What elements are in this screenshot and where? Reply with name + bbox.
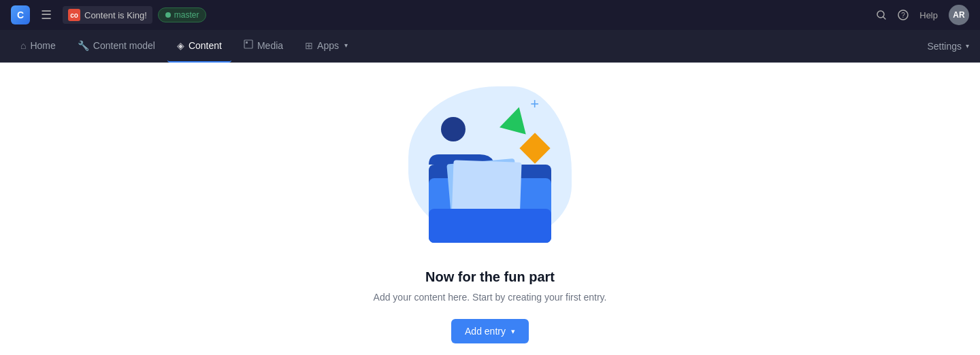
nav-item-apps-label: Apps <box>317 40 339 51</box>
space-badge[interactable]: co Content is King! <box>63 6 152 24</box>
env-dot <box>165 12 171 18</box>
env-label: master <box>174 10 199 20</box>
empty-state-title: Now for the fun part <box>425 269 555 285</box>
nav-item-media-label: Media <box>257 40 283 51</box>
empty-state-illustration: + <box>395 76 585 253</box>
svg-rect-5 <box>246 41 248 44</box>
home-icon: ⌂ <box>20 40 26 51</box>
nav-item-home[interactable]: ⌂ Home <box>11 30 65 63</box>
nav-item-apps[interactable]: ⊞ Apps ▾ <box>295 30 357 63</box>
hamburger-menu[interactable]: ☰ <box>38 7 54 23</box>
navbar: ⌂ Home 🔧 Content model ◈ Content Media ⊞… <box>0 30 980 63</box>
svg-rect-4 <box>244 40 252 48</box>
svg-line-1 <box>883 17 886 20</box>
settings-chevron-icon: ▾ <box>966 42 969 50</box>
nav-item-content[interactable]: ◈ Content <box>167 30 231 63</box>
nav-item-home-label: Home <box>30 40 55 51</box>
apps-icon: ⊞ <box>305 40 313 51</box>
help-label: Help <box>919 10 938 20</box>
nav-item-content-label: Content <box>189 40 222 51</box>
add-entry-button[interactable]: Add entry ▾ <box>451 319 529 343</box>
svg-text:?: ? <box>901 12 905 19</box>
help-label-btn[interactable]: Help <box>919 10 938 20</box>
search-icon <box>876 10 887 20</box>
topbar-right: ? Help AR <box>876 5 969 25</box>
circle-decoration <box>441 117 466 141</box>
nav-item-content-model-label: Content model <box>93 40 155 51</box>
breadcrumb: co Content is King! master <box>63 6 206 24</box>
svg-rect-10 <box>429 209 551 243</box>
folder-illustration <box>422 141 558 246</box>
nav-item-content-model[interactable]: 🔧 Content model <box>68 30 165 63</box>
space-name: Content is King! <box>84 10 147 20</box>
search-button[interactable] <box>876 10 887 20</box>
content-icon: ◈ <box>177 40 184 51</box>
app-logo[interactable]: C <box>11 5 30 24</box>
settings-nav-item[interactable]: Settings ▾ <box>927 41 969 52</box>
add-entry-label: Add entry <box>465 326 506 337</box>
help-icon-btn[interactable]: ? <box>898 10 909 20</box>
main-content: + Now for the fun part Add your content … <box>0 63 980 355</box>
add-entry-chevron-icon: ▾ <box>511 327 515 336</box>
apps-chevron-icon: ▾ <box>344 41 348 49</box>
media-icon <box>244 39 253 51</box>
user-avatar[interactable]: AR <box>949 5 969 25</box>
empty-state-subtitle: Add your content here. Start by creating… <box>374 292 607 303</box>
nav-item-media[interactable]: Media <box>234 30 293 63</box>
nav-items: ⌂ Home 🔧 Content model ◈ Content Media ⊞… <box>11 30 927 63</box>
content-model-icon: 🔧 <box>78 40 89 51</box>
topbar: C ☰ co Content is King! master ? <box>0 0 980 30</box>
env-badge[interactable]: master <box>158 7 207 22</box>
space-avatar: co <box>68 9 80 21</box>
settings-label: Settings <box>927 41 962 52</box>
help-icon: ? <box>898 10 909 20</box>
